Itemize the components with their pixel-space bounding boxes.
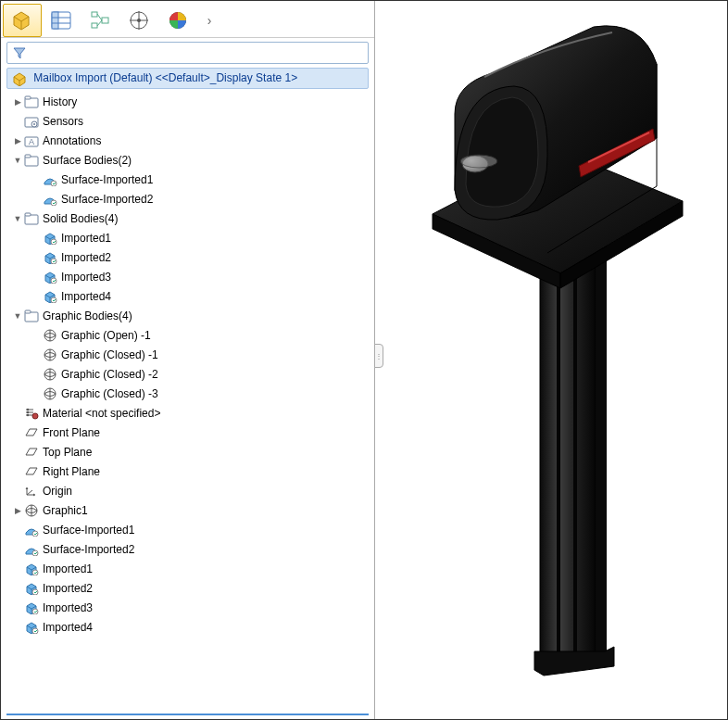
svg-point-45	[32, 570, 38, 575]
svg-rect-49	[540, 223, 596, 659]
tree-node[interactable]: Right Plane	[5, 462, 370, 482]
tree-node[interactable]: ▼Graphic Bodies(4)	[5, 307, 370, 326]
mesh-icon	[42, 386, 58, 401]
tree-node[interactable]: Imported3	[5, 599, 370, 618]
surf-icon	[23, 523, 40, 537]
root-label: Mailbox Import (Default) <<Default>_Disp…	[33, 71, 297, 84]
svg-rect-20	[25, 155, 31, 158]
tree-node[interactable]: Imported1	[5, 560, 370, 579]
solid-icon	[42, 289, 58, 304]
folder-icon	[23, 153, 40, 168]
tree-node-label: Imported2	[61, 250, 111, 265]
tab-display-manager[interactable]	[158, 4, 197, 37]
expand-toggle-icon[interactable]: ▼	[12, 157, 23, 165]
surf-icon	[42, 172, 58, 187]
solid-icon	[23, 562, 40, 576]
tree-node-label: Surface-Imported2	[43, 542, 134, 557]
annot-icon: A	[23, 133, 40, 148]
solid-icon	[23, 620, 40, 635]
tree-node-label: Surface-Imported2	[61, 192, 153, 207]
tree-node-label: Material <not specified>	[43, 406, 160, 421]
expand-toggle-icon[interactable]: ▼	[12, 215, 23, 223]
tree-node-label: Graphic Bodies(4)	[43, 309, 132, 323]
sensor-icon	[23, 114, 40, 129]
tree-node-label: Solid Bodies(4)	[43, 211, 118, 226]
tree-node-label: Surface Bodies(2)	[43, 153, 132, 168]
filter-icon	[11, 45, 28, 60]
tree-node[interactable]: ▼Solid Bodies(4)	[5, 209, 370, 229]
tree-node-label: Imported1	[61, 231, 111, 246]
tab-overflow-chevron-icon[interactable]: ›	[199, 4, 220, 37]
tree-node-label: Surface-Imported1	[61, 172, 153, 187]
tree-node-label: Graphic (Closed) -3	[61, 386, 158, 401]
svg-point-39	[27, 411, 29, 413]
tree-node[interactable]: Graphic (Open) -1	[5, 326, 370, 346]
tree-node[interactable]: Imported2	[5, 579, 370, 599]
tree-node[interactable]: Graphic (Closed) -2	[5, 365, 370, 385]
surf-icon	[23, 542, 40, 557]
svg-point-43	[32, 531, 38, 537]
tab-configuration-manager[interactable]	[81, 4, 119, 37]
tree-node[interactable]: Surface-Imported1	[5, 171, 370, 190]
tree-node[interactable]: Surface-Imported2	[5, 190, 370, 209]
tree-node[interactable]: Surface-Imported2	[5, 540, 370, 560]
expand-toggle-icon[interactable]: ▶	[12, 137, 23, 145]
svg-point-26	[51, 259, 56, 264]
tab-dim-xpert[interactable]	[119, 4, 158, 37]
expand-toggle-icon[interactable]: ▼	[12, 312, 23, 321]
tree-node-label: Graphic (Closed) -1	[61, 347, 158, 362]
tree-node[interactable]: ▶AAnnotations	[5, 132, 370, 151]
svg-point-38	[27, 409, 29, 411]
svg-rect-50	[557, 227, 560, 655]
tree-node[interactable]: Graphic (Closed) -3	[5, 385, 370, 404]
expand-toggle-icon[interactable]: ▶	[12, 98, 23, 107]
svg-point-53	[460, 155, 497, 168]
tree-node[interactable]: Front Plane	[5, 423, 370, 443]
tree-node-label: Right Plane	[43, 464, 100, 479]
tree-node[interactable]: Sensors	[5, 112, 370, 132]
tree-node[interactable]: ▶Graphic1	[5, 501, 370, 521]
svg-text:A: A	[29, 137, 34, 146]
tree-node[interactable]: ▼Surface Bodies(2)	[5, 151, 370, 171]
tree-node[interactable]: Top Plane	[5, 443, 370, 462]
folder-icon	[23, 95, 40, 109]
tab-feature-manager[interactable]	[3, 4, 42, 37]
tree-node-label: Origin	[43, 484, 72, 499]
svg-rect-1	[52, 12, 58, 29]
tree-node[interactable]: Imported2	[5, 248, 370, 268]
tree-root[interactable]: Mailbox Import (Default) <<Default>_Disp…	[6, 68, 369, 89]
tree-node-label: Graphic (Closed) -2	[61, 367, 158, 382]
tree-node[interactable]: Material <not specified>	[5, 404, 370, 423]
tree-node-label: Imported1	[43, 562, 93, 576]
graphics-viewport[interactable]: ⋮	[375, 1, 727, 719]
tree-node-label: Imported2	[43, 581, 93, 596]
tree-node[interactable]: Imported3	[5, 268, 370, 287]
svg-point-27	[51, 278, 56, 284]
svg-point-10	[137, 19, 141, 22]
svg-rect-13	[25, 96, 31, 99]
tree-node[interactable]: Graphic (Closed) -1	[5, 346, 370, 365]
folder-icon	[23, 309, 40, 323]
panel-tab-strip: ›	[1, 1, 374, 38]
panel-splitter-handle-icon[interactable]: ⋮	[374, 344, 383, 368]
svg-point-48	[32, 628, 38, 634]
mat-icon	[23, 406, 40, 421]
rollback-bar[interactable]	[6, 714, 369, 715]
tree-node-label: Imported4	[61, 289, 111, 304]
tree-node[interactable]: ▶History	[5, 93, 370, 112]
plane-icon	[23, 464, 40, 479]
feature-tree[interactable]: ▶HistorySensors▶AAnnotations▼Surface Bod…	[1, 91, 374, 710]
tree-filter-input[interactable]	[6, 42, 369, 64]
expand-toggle-icon[interactable]: ▶	[12, 507, 23, 515]
tree-node[interactable]: Imported4	[5, 287, 370, 307]
tree-node-label: Graphic1	[43, 503, 88, 518]
tree-node[interactable]: Origin	[5, 482, 370, 501]
tree-node[interactable]: Imported1	[5, 229, 370, 248]
tree-node-label: Sensors	[43, 114, 83, 129]
tab-property-manager[interactable]	[42, 4, 81, 37]
solid-icon	[42, 231, 58, 246]
svg-rect-24	[25, 213, 31, 216]
tree-node[interactable]: Surface-Imported1	[5, 521, 370, 540]
svg-rect-51	[573, 227, 577, 655]
tree-node[interactable]: Imported4	[5, 618, 370, 638]
